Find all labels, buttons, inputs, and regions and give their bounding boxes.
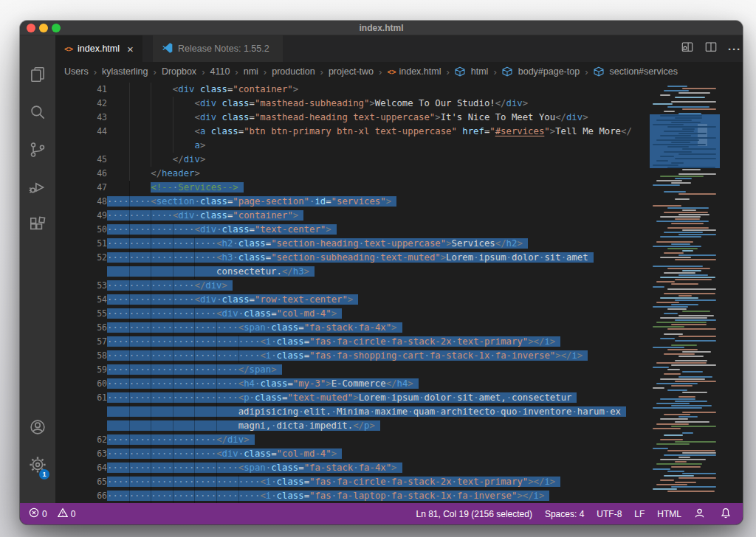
minimap[interactable] xyxy=(650,81,720,503)
breadcrumb-item[interactable]: production xyxy=(272,66,315,77)
code-row-line-59[interactable]: 59························</span> xyxy=(55,363,743,377)
indent-guide xyxy=(216,489,217,503)
code-row-line-44[interactable]: 44 <a class="btn btn-primary btn-xl text… xyxy=(55,125,743,139)
vscode-window: index.html 1 <>index.html×Release Notes:… xyxy=(20,21,743,524)
code-editor[interactable]: 41 <div class="container">42 <div class=… xyxy=(55,81,743,503)
activity-explorer-button[interactable] xyxy=(20,58,55,94)
breadcrumb-label: Users xyxy=(64,66,89,77)
minimap-line xyxy=(660,338,675,339)
indent-guide xyxy=(216,321,217,335)
code-row-line-66[interactable]: 66····························<i·class="… xyxy=(55,489,743,503)
breadcrumb-item[interactable]: project-two xyxy=(329,66,374,77)
breadcrumb-label: 4110 xyxy=(210,66,230,77)
indent-guide xyxy=(216,335,217,349)
code-row-line-41[interactable]: 41 <div class="container"> xyxy=(55,83,743,97)
breadcrumb-item[interactable]: section#services xyxy=(594,66,678,77)
code-row-line-62[interactable]: 62····················</div> xyxy=(55,433,743,447)
activity-settings-button[interactable]: 1 xyxy=(20,448,55,484)
activity-source-control-button[interactable] xyxy=(20,134,55,169)
minimap-line xyxy=(660,439,683,440)
code-row-line-45[interactable]: 45 </div> xyxy=(55,153,743,167)
minimap-line xyxy=(660,236,701,238)
minimap-line xyxy=(671,162,684,164)
breadcrumb-item[interactable]: Dropbox xyxy=(162,66,196,77)
status-utf-8[interactable]: UTF-8 xyxy=(597,509,622,519)
indent-guide xyxy=(194,419,195,433)
minimap-line xyxy=(664,131,694,132)
code-row-line-61-wrap2[interactable]: magni,·dicta·impedit.</p> xyxy=(55,419,743,433)
indent-guide xyxy=(194,377,195,391)
minimap-line xyxy=(664,333,683,335)
code-row-line-49[interactable]: 49············<div·class="container"> xyxy=(55,209,743,223)
indent-guide xyxy=(173,391,173,405)
code-row-line-61[interactable]: 61························<p·class="text… xyxy=(55,391,743,405)
breadcrumb-item[interactable]: html xyxy=(455,66,489,77)
indent-guide xyxy=(151,153,151,167)
activity-extensions-button[interactable] xyxy=(20,209,55,244)
code-row-line-65[interactable]: 65····························<i·class="… xyxy=(55,475,743,489)
minimap-line xyxy=(671,426,716,427)
tab-release-notes-1-55-2[interactable]: Release Notes: 1.55.2 xyxy=(153,35,284,62)
code-row-line-47[interactable]: 47 <!--·Services--> xyxy=(55,181,743,195)
status-warnings[interactable]: 0 xyxy=(58,507,76,520)
open-preview-button[interactable] xyxy=(677,35,698,62)
indent-guide xyxy=(129,307,130,321)
code-row-line-63[interactable]: 63····················<div·class="col-md… xyxy=(55,447,743,461)
code-row-line-44-wrap1[interactable]: a> xyxy=(55,139,743,153)
minimap-line xyxy=(656,443,690,445)
code-row-line-50[interactable]: 50················<div·class="text-cente… xyxy=(55,223,743,237)
code-row-line-58[interactable]: 58····························<i·class="… xyxy=(55,349,743,363)
line-number: 48 xyxy=(55,195,107,209)
code-row-line-56[interactable]: 56························<span·class="f… xyxy=(55,321,743,335)
minimap-line xyxy=(664,353,695,355)
code-row-line-52[interactable]: 52····················<h3·class="section… xyxy=(55,251,743,265)
minimap-line xyxy=(671,405,712,406)
status-ln-81-col-19-2156-selected[interactable]: Ln 81, Col 19 (2156 selected) xyxy=(416,509,532,519)
code-row-line-46[interactable]: 46 </header> xyxy=(55,167,743,181)
activity-search-button[interactable] xyxy=(20,96,55,131)
code-row-line-51[interactable]: 51····················<h2·class="section… xyxy=(55,237,743,251)
code-row-line-61-wrap1[interactable]: adipisicing·elit.·Minima·maxime·quam·arc… xyxy=(55,405,743,419)
close-tab-icon[interactable]: × xyxy=(127,43,134,55)
breadcrumb-item[interactable]: <>index.html xyxy=(387,66,441,77)
breadcrumb-item[interactable]: 4110 xyxy=(210,66,230,77)
code-row-line-53[interactable]: 53················</div> xyxy=(55,279,743,293)
code-row-line-42[interactable]: 42 <div class="masthead-subheading">Welc… xyxy=(55,97,743,111)
status-lf[interactable]: LF xyxy=(634,509,645,519)
run-and-debug-icon xyxy=(28,178,47,200)
code-row-line-64[interactable]: 64························<span·class="f… xyxy=(55,461,743,475)
code-row-line-52-wrap1[interactable]: consectetur.</h3> xyxy=(55,265,743,279)
more-actions-button[interactable]: ··· xyxy=(724,35,743,62)
breadcrumb[interactable]: Users›kylasterling›Dropbox›4110›nmi›prod… xyxy=(55,62,743,81)
breadcrumb-item[interactable]: body#page-top xyxy=(502,66,580,77)
indent-guide xyxy=(151,419,151,433)
breadcrumb-item[interactable]: kylasterling xyxy=(102,66,148,77)
minimap-line xyxy=(675,259,716,260)
status-bar: 00 Ln 81, Col 19 (2156 selected)Spaces: … xyxy=(20,503,743,524)
code-row-line-54[interactable]: 54················<div·class="row·text-c… xyxy=(55,293,743,307)
title-bar[interactable]: index.html xyxy=(20,21,743,35)
breadcrumb-item[interactable]: nmi xyxy=(244,66,258,77)
indent-guide xyxy=(194,307,195,321)
indent-guide xyxy=(173,223,173,237)
code-row-line-48[interactable]: 48········<section·class="page-section"·… xyxy=(55,195,743,209)
code-row-line-60[interactable]: 60························<h4·class="my-… xyxy=(55,377,743,391)
minimap-line xyxy=(660,459,706,460)
breadcrumb-item[interactable]: Users xyxy=(64,66,89,77)
code-row-line-43[interactable]: 43 <div class="masthead-heading text-upp… xyxy=(55,111,743,125)
status-bell-button[interactable] xyxy=(721,507,734,521)
activity-accounts-button[interactable] xyxy=(20,411,55,446)
split-editor-button[interactable] xyxy=(701,35,721,62)
status-left: 00 xyxy=(29,507,86,520)
line-number: 49 xyxy=(55,209,107,223)
status-html[interactable]: HTML xyxy=(657,509,681,519)
status-feedback-button[interactable] xyxy=(694,507,708,521)
code-row-line-57[interactable]: 57····························<i·class="… xyxy=(55,335,743,349)
tab-index-html[interactable]: <>index.html× xyxy=(55,35,142,62)
breadcrumb-separator: › xyxy=(493,66,496,77)
status-spaces-4[interactable]: Spaces: 4 xyxy=(545,509,584,519)
breadcrumb-separator: › xyxy=(379,66,382,77)
code-row-line-55[interactable]: 55····················<div·class="col-md… xyxy=(55,307,743,321)
status-errors[interactable]: 0 xyxy=(29,507,47,520)
activity-run-and-debug-button[interactable] xyxy=(20,171,55,207)
